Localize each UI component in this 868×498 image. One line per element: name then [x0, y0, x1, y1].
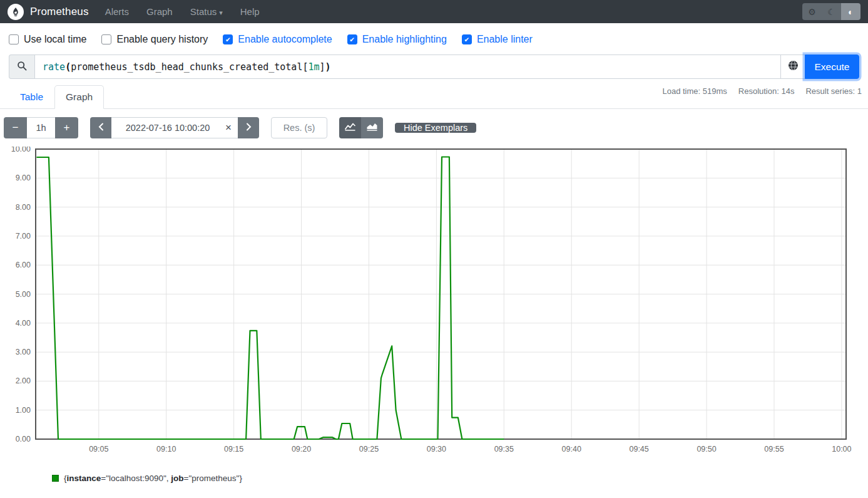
chevron-left-icon: [98, 122, 104, 134]
nav-link-graph[interactable]: Graph: [146, 6, 173, 17]
chart-type-toggle: [339, 117, 383, 138]
svg-text:09:55: 09:55: [764, 445, 784, 454]
top-navbar: Prometheus Alerts Graph Status▾ Help ⚙ ☾…: [0, 0, 868, 23]
datetime-value: 2022-07-16 10:00:20: [111, 123, 224, 133]
increase-range-button[interactable]: +: [55, 117, 78, 138]
query-token-paren: ): [325, 61, 331, 73]
auto-theme-button[interactable]: ◐: [841, 3, 860, 20]
checkbox-label: Enable linter: [477, 34, 533, 45]
enable-query-history-option[interactable]: Enable query history: [101, 34, 208, 45]
graph-canvas[interactable]: 0.001.002.003.004.005.006.007.008.009.00…: [6, 147, 857, 460]
range-input[interactable]: 1h: [27, 117, 55, 138]
enable-linter-checkbox[interactable]: [462, 34, 472, 44]
nav-link-help[interactable]: Help: [240, 6, 260, 17]
svg-text:9.00: 9.00: [16, 174, 31, 182]
tab-table[interactable]: Table: [9, 85, 54, 109]
chevron-down-icon: ▾: [219, 9, 223, 16]
result-series-stat: Result series: 1: [805, 86, 862, 96]
svg-text:2.00: 2.00: [16, 376, 31, 385]
nav-links: Alerts Graph Status▾ Help: [105, 6, 260, 17]
svg-text:0.00: 0.00: [16, 435, 31, 444]
query-bar: rate(prometheus_tsdb_head_chunks_created…: [9, 54, 859, 79]
svg-text:09:50: 09:50: [697, 445, 716, 454]
checkbox-label: Enable autocomplete: [238, 34, 332, 45]
query-token-duration: 1m: [308, 61, 319, 73]
query-token-function: rate: [43, 61, 65, 73]
graph-panel: 0.001.002.003.004.005.006.007.008.009.00…: [6, 147, 868, 462]
back-time-button[interactable]: [90, 117, 111, 138]
checkbox-label: Use local time: [24, 34, 86, 45]
resolution-placeholder: Res. (s): [283, 123, 315, 133]
forward-time-button[interactable]: [238, 117, 259, 138]
line-chart-button[interactable]: [339, 117, 361, 138]
query-token-bracket: [: [302, 61, 308, 73]
panel-tabs-row: Load time: 519ms Resolution: 14s Result …: [0, 85, 868, 109]
datetime-input[interactable]: 2022-07-16 10:00:20 ×: [111, 117, 238, 138]
svg-text:7.00: 7.00: [16, 232, 31, 241]
series-color-swatch: [52, 475, 59, 482]
svg-text:1.00: 1.00: [16, 406, 31, 415]
decrease-range-button[interactable]: −: [4, 117, 27, 138]
svg-text:3.00: 3.00: [16, 348, 31, 356]
nav-link-status-dropdown[interactable]: Status▾: [190, 6, 223, 17]
svg-text:09:05: 09:05: [89, 445, 108, 454]
tab-graph[interactable]: Graph: [54, 85, 104, 109]
dark-theme-button[interactable]: ☾: [822, 3, 841, 20]
enable-autocomplete-checkbox[interactable]: [223, 34, 233, 44]
svg-text:09:40: 09:40: [562, 445, 581, 454]
promql-expression-input[interactable]: rate(prometheus_tsdb_head_chunks_created…: [34, 54, 780, 79]
use-local-time-option[interactable]: Use local time: [9, 34, 86, 45]
theme-toggle-group: ⚙ ☾ ◐: [802, 3, 860, 20]
metrics-explorer-button[interactable]: [780, 54, 805, 79]
stacked-chart-icon: [366, 122, 378, 134]
range-stepper: − 1h +: [4, 117, 78, 138]
legend-item[interactable]: {instance="localhost:9090", job="prometh…: [52, 474, 868, 483]
enable-highlighting-option[interactable]: Enable highlighting: [347, 34, 447, 45]
svg-text:6.00: 6.00: [16, 261, 31, 269]
svg-text:09:45: 09:45: [629, 445, 648, 454]
clear-time-icon[interactable]: ×: [224, 122, 238, 134]
query-token-paren: (: [65, 61, 71, 73]
settings-gear-button[interactable]: ⚙: [802, 3, 822, 20]
time-picker-group: 2022-07-16 10:00:20 ×: [90, 117, 259, 138]
svg-text:09:25: 09:25: [359, 445, 379, 454]
query-token-metric: prometheus_tsdb_head_chunks_created_tota…: [71, 61, 302, 73]
svg-text:09:20: 09:20: [292, 445, 311, 454]
enable-highlighting-checkbox[interactable]: [347, 34, 357, 44]
checkbox-label: Enable query history: [116, 34, 208, 45]
svg-text:5.00: 5.00: [16, 290, 31, 299]
query-stats: Load time: 519ms Resolution: 14s Result …: [662, 86, 862, 96]
resolution-stat: Resolution: 14s: [738, 86, 795, 96]
svg-text:09:35: 09:35: [494, 445, 514, 454]
enable-linter-option[interactable]: Enable linter: [462, 34, 533, 45]
svg-text:10:00: 10:00: [832, 445, 851, 454]
enable-query-history-checkbox[interactable]: [101, 34, 111, 44]
chevron-right-icon: [246, 122, 252, 134]
globe-icon: [788, 60, 799, 73]
enable-autocomplete-option[interactable]: Enable autocomplete: [223, 34, 332, 45]
svg-text:10.00: 10.00: [11, 147, 31, 153]
resolution-input[interactable]: Res. (s): [271, 117, 327, 138]
use-local-time-checkbox[interactable]: [9, 34, 19, 44]
execute-button[interactable]: Execute: [805, 54, 859, 79]
svg-text:09:10: 09:10: [156, 445, 176, 454]
nav-link-alerts[interactable]: Alerts: [105, 6, 129, 17]
prometheus-logo-icon: [8, 4, 24, 20]
gear-icon: ⚙: [808, 7, 816, 17]
brand-link[interactable]: Prometheus: [8, 4, 89, 20]
stacked-chart-button[interactable]: [361, 117, 383, 138]
search-addon: [9, 54, 34, 79]
graph-controls: − 1h + 2022-07-16 10:00:20 × Res. (s): [4, 117, 859, 138]
contrast-icon: ◐: [848, 7, 853, 17]
hide-exemplars-button[interactable]: Hide Exemplars: [395, 123, 476, 133]
svg-text:09:30: 09:30: [427, 445, 446, 454]
svg-text:09:15: 09:15: [224, 445, 243, 454]
svg-text:8.00: 8.00: [16, 203, 31, 212]
line-chart-icon: [344, 122, 356, 134]
brand-title: Prometheus: [30, 6, 89, 18]
query-token-bracket: ]: [320, 61, 325, 73]
load-time-stat: Load time: 519ms: [662, 86, 727, 96]
svg-text:4.00: 4.00: [16, 319, 31, 328]
search-icon: [17, 61, 27, 73]
checkbox-label: Enable highlighting: [362, 34, 447, 45]
